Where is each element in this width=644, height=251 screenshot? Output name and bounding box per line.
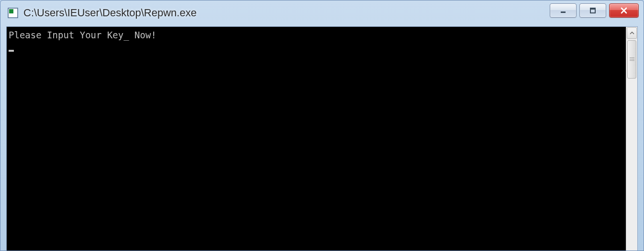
client-area: Please Input Your Key_ Now!: [6, 26, 638, 251]
window-title: C:\Users\IEUser\Desktop\Repwn.exe: [23, 7, 640, 19]
console-output[interactable]: Please Input Your Key_ Now!: [7, 27, 626, 251]
svg-rect-1: [9, 9, 13, 13]
scroll-up-button[interactable]: [627, 27, 637, 39]
titlebar[interactable]: C:\Users\IEUser\Desktop\Repwn.exe: [0, 0, 644, 25]
svg-rect-4: [590, 8, 595, 10]
window-controls: [550, 3, 639, 18]
scroll-thumb[interactable]: [627, 40, 636, 79]
svg-rect-2: [561, 11, 566, 13]
text-cursor: [9, 50, 14, 52]
console-window: C:\Users\IEUser\Desktop\Repwn.exe Pleas: [0, 0, 644, 251]
close-icon: [620, 7, 628, 14]
app-icon: [7, 7, 19, 19]
minimize-icon: [559, 7, 567, 14]
scroll-track[interactable]: [626, 39, 637, 251]
console-line: Please Input Your Key_ Now!: [9, 29, 624, 41]
maximize-icon: [589, 7, 597, 14]
chevron-up-icon: [630, 32, 634, 34]
maximize-button[interactable]: [579, 3, 606, 18]
vertical-scrollbar[interactable]: [626, 27, 637, 251]
minimize-button[interactable]: [550, 3, 577, 18]
close-button[interactable]: [609, 3, 639, 18]
